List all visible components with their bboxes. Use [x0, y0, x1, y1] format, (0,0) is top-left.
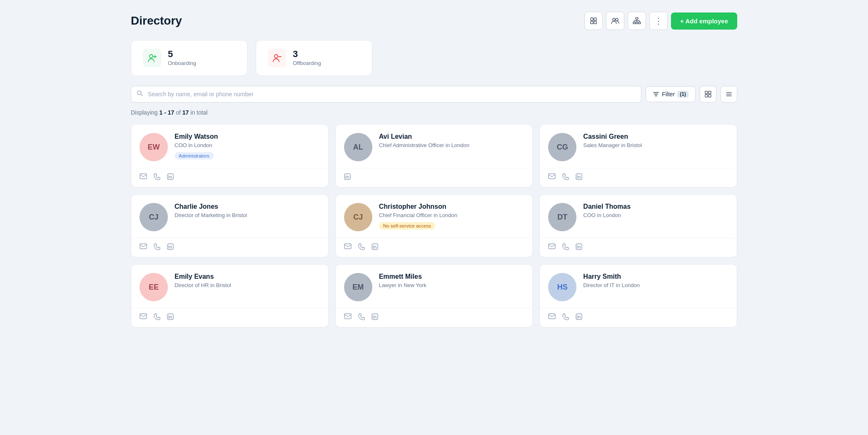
card-info: Daniel Thomas COO in London: [583, 203, 728, 222]
employee-name: Christopher Johnson: [379, 203, 524, 210]
phone-icon[interactable]: [358, 243, 365, 252]
avatar: EE: [140, 273, 168, 301]
employee-card[interactable]: HS Harry Smith Director of IT in London: [539, 264, 737, 328]
svg-rect-6: [636, 18, 638, 19]
list-view-toggle-button[interactable]: [721, 86, 737, 102]
email-icon[interactable]: [548, 313, 556, 322]
linkedin-icon[interactable]: [372, 243, 378, 252]
grid-icon: [705, 91, 711, 98]
employee-role: Chief Administrative Officer in London: [379, 142, 524, 148]
card-top: EE Emily Evans Director of HR in Bristol: [131, 265, 328, 308]
employee-card[interactable]: DT Daniel Thomas COO in London: [539, 194, 737, 258]
linkedin-icon[interactable]: [576, 243, 582, 252]
phone-icon[interactable]: [358, 313, 365, 322]
email-icon[interactable]: [548, 173, 556, 182]
card-info: Cassini Green Sales Manager in Bristol: [583, 133, 728, 152]
employee-card[interactable]: CJ Charlie Jones Director of Marketing i…: [131, 194, 329, 258]
svg-point-63: [577, 315, 578, 316]
svg-point-32: [168, 175, 169, 176]
card-actions: [540, 168, 737, 187]
card-actions: [540, 308, 737, 327]
people-view-button[interactable]: [606, 12, 624, 30]
avatar: EM: [344, 273, 372, 301]
results-of: of: [176, 109, 182, 116]
linkedin-icon[interactable]: [167, 243, 174, 252]
phone-icon[interactable]: [154, 173, 160, 182]
list-view-button[interactable]: [584, 12, 603, 30]
phone-icon[interactable]: [562, 243, 569, 252]
svg-point-59: [373, 315, 374, 316]
avatar: DT: [548, 203, 576, 231]
phone-icon[interactable]: [562, 313, 569, 322]
email-icon[interactable]: [344, 243, 352, 252]
employee-card[interactable]: CJ Christopher Johnson Chief Financial O…: [335, 194, 533, 258]
card-icon: [590, 17, 597, 25]
filter-button[interactable]: Filter (1): [646, 86, 696, 102]
svg-rect-7: [633, 22, 635, 24]
svg-point-51: [577, 245, 578, 246]
linkedin-icon[interactable]: [344, 173, 351, 182]
employee-role: COO in London: [175, 142, 320, 148]
linkedin-icon[interactable]: [576, 313, 582, 322]
offboarding-stat-card[interactable]: 3 Offboarding: [256, 40, 372, 76]
more-options-button[interactable]: ⋮: [649, 12, 668, 30]
employee-card[interactable]: CG Cassini Green Sales Manager in Bristo…: [539, 124, 737, 188]
card-actions: [336, 308, 533, 327]
linkedin-icon[interactable]: [167, 173, 174, 182]
employee-name: Cassini Green: [583, 133, 728, 140]
stats-row: 5 Onboarding 3 Offboarding: [131, 40, 737, 76]
list-icon: [726, 91, 732, 98]
ellipsis-icon: ⋮: [654, 16, 663, 26]
employee-card[interactable]: EE Emily Evans Director of HR in Bristol: [131, 264, 329, 328]
linkedin-icon[interactable]: [167, 313, 174, 322]
email-icon[interactable]: [140, 243, 147, 252]
svg-point-4: [613, 18, 615, 21]
card-actions: [131, 238, 328, 257]
results-range: 1 - 17: [159, 109, 174, 116]
svg-rect-0: [591, 18, 593, 20]
email-icon[interactable]: [140, 313, 147, 322]
onboarding-stat-card[interactable]: 5 Onboarding: [131, 40, 247, 76]
phone-icon[interactable]: [562, 173, 569, 182]
offboarding-text: 3 Offboarding: [293, 50, 321, 66]
svg-rect-25: [708, 95, 711, 97]
card-info: Emmett Miles Lawyer in New York: [379, 273, 524, 292]
add-employee-button[interactable]: + Add employee: [671, 12, 737, 30]
org-chart-button[interactable]: [628, 12, 646, 30]
svg-rect-1: [594, 18, 596, 20]
svg-rect-22: [705, 91, 708, 94]
hierarchy-icon: [633, 17, 641, 25]
email-icon[interactable]: [140, 173, 147, 182]
svg-rect-3: [594, 21, 596, 24]
email-icon[interactable]: [344, 313, 352, 322]
employee-role: Lawyer in New York: [379, 282, 524, 288]
svg-point-5: [616, 18, 618, 21]
svg-rect-40: [140, 244, 147, 249]
svg-point-55: [168, 315, 169, 316]
employee-name: Avi Levian: [379, 133, 524, 140]
employee-card[interactable]: AL Avi Levian Chief Administrative Offic…: [335, 124, 533, 188]
phone-icon[interactable]: [154, 243, 160, 252]
avatar: CG: [548, 133, 576, 161]
search-filter-row: Filter (1): [131, 86, 737, 102]
phone-icon[interactable]: [154, 313, 160, 322]
svg-rect-52: [140, 314, 147, 319]
card-info: Avi Levian Chief Administrative Officer …: [379, 133, 524, 152]
email-icon[interactable]: [548, 243, 556, 252]
linkedin-icon[interactable]: [576, 173, 582, 182]
search-input[interactable]: [131, 86, 641, 102]
card-info: Harry Smith Director of IT in London: [583, 273, 728, 292]
card-actions: [131, 308, 328, 327]
svg-rect-24: [705, 95, 708, 97]
employee-card[interactable]: EW Emily Watson COO in London Administra…: [131, 124, 329, 188]
employee-badge: Administrators: [175, 152, 214, 160]
employee-card[interactable]: EM Emmett Miles Lawyer in New York: [335, 264, 533, 328]
avatar: CJ: [344, 203, 372, 231]
grid-view-button[interactable]: [700, 86, 716, 102]
svg-point-20: [137, 91, 141, 95]
card-info: Emily Evans Director of HR in Bristol: [175, 273, 320, 292]
card-top: EW Emily Watson COO in London Administra…: [131, 125, 328, 168]
onboarding-icon-wrap: [143, 49, 161, 67]
linkedin-icon[interactable]: [372, 313, 378, 322]
filter-count: (1): [677, 91, 688, 98]
